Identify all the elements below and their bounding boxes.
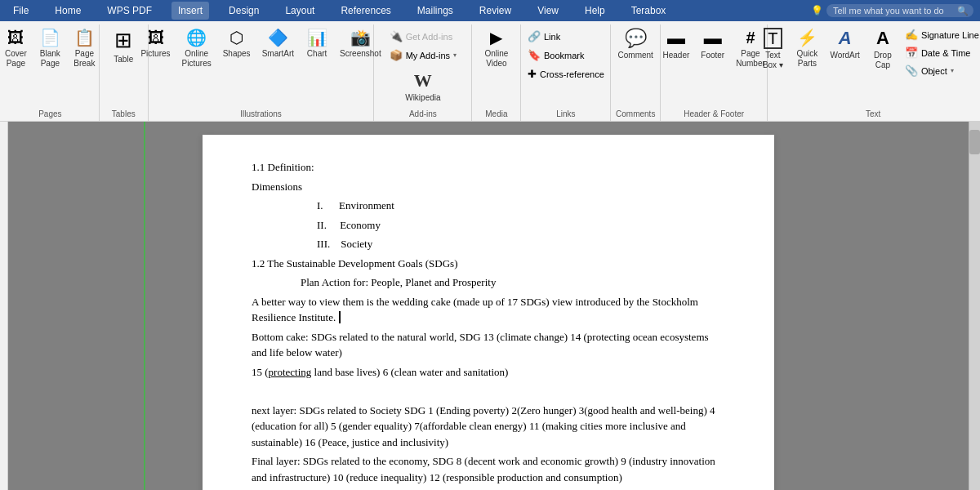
scrollbar-thumb[interactable] — [969, 130, 980, 154]
get-addins-button[interactable]: 🔌 Get Add-ins — [385, 28, 457, 45]
quick-parts-button[interactable]: ⚡ QuickParts — [791, 24, 823, 72]
cover-page-button[interactable]: 🖼 CoverPage — [0, 24, 32, 72]
page-number-icon: # — [746, 28, 755, 47]
table-icon: ⊞ — [114, 28, 132, 53]
ribbon-group-text: T TextBox ▾ ⚡ QuickParts A WordArt A Dro… — [768, 24, 978, 121]
drop-cap-icon: A — [876, 28, 889, 49]
line-3: I. Environment — [317, 198, 725, 214]
header-icon: ▬ — [667, 28, 685, 49]
pictures-button[interactable]: 🖼 Pictures — [136, 24, 175, 62]
pages-label: Pages — [38, 109, 61, 121]
tab-file[interactable]: File — [7, 2, 35, 20]
screenshot-icon: 📸 — [350, 28, 371, 47]
object-button[interactable]: 📎 Object ▾ — [901, 62, 980, 79]
bookmark-icon: 🔖 — [528, 49, 541, 61]
object-dropdown-arrow: ▾ — [951, 67, 954, 74]
links-items: 🔗 Link 🔖 Bookmark ✚ Cross-reference — [523, 24, 608, 109]
comments-items: 💬 Comment — [613, 24, 658, 109]
tab-wps-pdf[interactable]: WPS PDF — [100, 2, 158, 20]
line-6: 1.2 The Sustainable Development Goals (S… — [252, 256, 725, 272]
tab-home[interactable]: Home — [48, 2, 87, 20]
my-addins-icon: 📦 — [390, 49, 403, 61]
line-5: III. Society — [317, 236, 725, 252]
wikipedia-button[interactable]: W Wikipedia — [400, 67, 445, 106]
tab-insert[interactable]: Insert — [172, 2, 209, 20]
tab-terabox[interactable]: Terabox — [625, 2, 673, 20]
date-time-button[interactable]: 📅 Date & Time — [901, 44, 980, 61]
addins-label: Add-ins — [409, 109, 437, 121]
chart-icon: 📊 — [307, 28, 327, 47]
cross-reference-icon: ✚ — [528, 68, 537, 80]
header-button[interactable]: ▬ Header — [657, 24, 694, 64]
comments-label: Comments — [616, 109, 655, 121]
ribbon-group-comments: 💬 Comment Comments — [611, 24, 661, 121]
line-1: 1.1 Definition: — [252, 159, 725, 176]
shapes-button[interactable]: ⬡ Shapes — [218, 24, 256, 62]
online-video-button[interactable]: ▶ OnlineVideo — [479, 24, 513, 72]
page-break-icon: 📋 — [74, 28, 95, 47]
drop-cap-button[interactable]: A DropCap — [866, 24, 899, 74]
tab-references[interactable]: References — [334, 2, 397, 20]
illustrations-items: 🖼 Pictures 🌐 OnlinePictures ⬡ Shapes 🔷 S… — [136, 24, 385, 109]
page-break-button[interactable]: 📋 PageBreak — [68, 24, 100, 72]
online-video-icon: ▶ — [490, 28, 502, 47]
tab-view[interactable]: View — [531, 2, 565, 20]
tables-items: ⊞ Table — [107, 24, 140, 109]
wordart-icon: A — [839, 28, 852, 49]
online-pictures-button[interactable]: 🌐 OnlinePictures — [177, 24, 216, 72]
bookmark-button[interactable]: 🔖 Bookmark — [523, 47, 589, 64]
link-button[interactable]: 🔗 Link — [523, 28, 564, 45]
ribbon-group-header-footer: ▬ Header ▬ Footer # PageNumber Header & … — [661, 24, 768, 121]
comment-icon: 💬 — [625, 28, 647, 49]
text-box-button[interactable]: T TextBox ▾ — [756, 24, 789, 74]
title-bar-tabs: File Home WPS PDF Insert Design Layout R… — [7, 2, 811, 20]
signature-line-button[interactable]: ✍ Signature Line ▾ — [901, 26, 980, 43]
title-bar: File Home WPS PDF Insert Design Layout R… — [0, 0, 980, 21]
comment-button[interactable]: 💬 Comment — [613, 24, 658, 64]
media-items: ▶ OnlineVideo — [479, 24, 513, 109]
link-icon: 🔗 — [528, 30, 541, 42]
ribbon-content: 🖼 CoverPage 📄 BlankPage 📋 PageBreak Page… — [0, 21, 980, 121]
line-11 — [252, 383, 725, 399]
lightbulb-icon: 💡 — [811, 5, 823, 16]
cover-page-icon: 🖼 — [7, 28, 24, 47]
ribbon-group-links: 🔗 Link 🔖 Bookmark ✚ Cross-reference Link… — [521, 24, 611, 121]
smartart-button[interactable]: 🔷 SmartArt — [257, 24, 299, 62]
vertical-scrollbar[interactable] — [969, 122, 980, 490]
chart-button[interactable]: 📊 Chart — [301, 24, 333, 62]
text-box-icon: T — [764, 28, 782, 49]
document-scroll-area[interactable]: 1.1 Definition: Dimensions I. Environmen… — [8, 122, 969, 490]
cross-reference-button[interactable]: ✚ Cross-reference — [523, 65, 608, 82]
blank-page-icon: 📄 — [40, 28, 60, 47]
links-label: Links — [556, 109, 575, 121]
ribbon-group-illustrations: 🖼 Pictures 🌐 OnlinePictures ⬡ Shapes 🔷 S… — [149, 24, 375, 121]
search-input[interactable] — [826, 4, 973, 17]
wordart-button[interactable]: A WordArt — [825, 24, 865, 64]
my-addins-button[interactable]: 📦 My Add-ins ▾ — [385, 47, 461, 64]
tab-review[interactable]: Review — [473, 2, 518, 20]
illustrations-label: Illustrations — [240, 109, 282, 121]
table-button[interactable]: ⊞ Table — [107, 24, 140, 68]
ribbon-group-media: ▶ OnlineVideo Media — [472, 24, 521, 121]
pages-items: 🖼 CoverPage 📄 BlankPage 📋 PageBreak — [0, 24, 100, 109]
line-4: II. Economy — [317, 217, 725, 234]
line-9: Bottom cake: SDGs related to the natural… — [252, 329, 725, 361]
text-items: T TextBox ▾ ⚡ QuickParts A WordArt A Dro… — [756, 24, 980, 109]
line-8: A better way to view them is the wedding… — [252, 294, 725, 326]
ribbon-group-addins: 🔌 Get Add-ins 📦 My Add-ins ▾ W Wikipedia… — [374, 24, 472, 121]
blank-page-button[interactable]: 📄 BlankPage — [33, 24, 66, 72]
media-label: Media — [485, 109, 507, 121]
document-page: 1.1 Definition: Dimensions I. Environmen… — [203, 135, 774, 490]
line-2: Dimensions — [252, 179, 725, 195]
tab-help[interactable]: Help — [578, 2, 612, 20]
tab-layout[interactable]: Layout — [278, 2, 321, 20]
header-footer-items: ▬ Header ▬ Footer # PageNumber — [657, 24, 769, 109]
ribbon-group-pages: 🖼 CoverPage 📄 BlankPage 📋 PageBreak Page… — [2, 24, 100, 121]
footer-icon: ▬ — [704, 28, 722, 49]
search-icon: 🔍 — [957, 6, 969, 16]
tab-design[interactable]: Design — [222, 2, 265, 20]
tab-mailings[interactable]: Mailings — [411, 2, 460, 20]
footer-button[interactable]: ▬ Footer — [696, 24, 729, 64]
smartart-icon: 🔷 — [268, 28, 288, 47]
addins-items: 🔌 Get Add-ins 📦 My Add-ins ▾ — [385, 24, 461, 67]
